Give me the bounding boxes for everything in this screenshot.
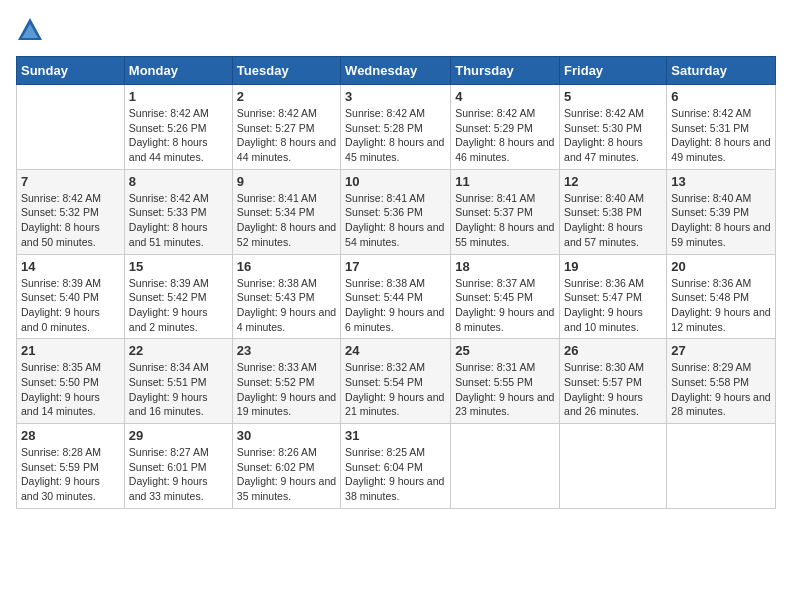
day-number: 10 [345, 174, 446, 189]
calendar-week-4: 21Sunrise: 8:35 AM Sunset: 5:50 PM Dayli… [17, 339, 776, 424]
calendar-cell: 15Sunrise: 8:39 AM Sunset: 5:42 PM Dayli… [124, 254, 232, 339]
calendar-cell: 7Sunrise: 8:42 AM Sunset: 5:32 PM Daylig… [17, 169, 125, 254]
calendar-cell: 16Sunrise: 8:38 AM Sunset: 5:43 PM Dayli… [232, 254, 340, 339]
calendar-cell: 20Sunrise: 8:36 AM Sunset: 5:48 PM Dayli… [667, 254, 776, 339]
weekday-header-friday: Friday [560, 57, 667, 85]
day-number: 8 [129, 174, 228, 189]
day-info: Sunrise: 8:38 AM Sunset: 5:43 PM Dayligh… [237, 276, 336, 335]
day-info: Sunrise: 8:32 AM Sunset: 5:54 PM Dayligh… [345, 360, 446, 419]
calendar-cell: 5Sunrise: 8:42 AM Sunset: 5:30 PM Daylig… [560, 85, 667, 170]
day-number: 5 [564, 89, 662, 104]
day-number: 26 [564, 343, 662, 358]
calendar-cell: 24Sunrise: 8:32 AM Sunset: 5:54 PM Dayli… [341, 339, 451, 424]
calendar-cell: 1Sunrise: 8:42 AM Sunset: 5:26 PM Daylig… [124, 85, 232, 170]
weekday-header-thursday: Thursday [451, 57, 560, 85]
calendar-cell: 29Sunrise: 8:27 AM Sunset: 6:01 PM Dayli… [124, 424, 232, 509]
calendar-cell: 25Sunrise: 8:31 AM Sunset: 5:55 PM Dayli… [451, 339, 560, 424]
day-number: 16 [237, 259, 336, 274]
calendar-cell [451, 424, 560, 509]
day-number: 28 [21, 428, 120, 443]
day-number: 9 [237, 174, 336, 189]
calendar-cell: 17Sunrise: 8:38 AM Sunset: 5:44 PM Dayli… [341, 254, 451, 339]
day-number: 3 [345, 89, 446, 104]
day-number: 13 [671, 174, 771, 189]
calendar-cell: 23Sunrise: 8:33 AM Sunset: 5:52 PM Dayli… [232, 339, 340, 424]
day-number: 17 [345, 259, 446, 274]
day-number: 30 [237, 428, 336, 443]
day-info: Sunrise: 8:29 AM Sunset: 5:58 PM Dayligh… [671, 360, 771, 419]
day-number: 12 [564, 174, 662, 189]
calendar-cell: 28Sunrise: 8:28 AM Sunset: 5:59 PM Dayli… [17, 424, 125, 509]
weekday-header-sunday: Sunday [17, 57, 125, 85]
calendar-cell: 30Sunrise: 8:26 AM Sunset: 6:02 PM Dayli… [232, 424, 340, 509]
calendar-cell: 10Sunrise: 8:41 AM Sunset: 5:36 PM Dayli… [341, 169, 451, 254]
weekday-header-monday: Monday [124, 57, 232, 85]
day-info: Sunrise: 8:39 AM Sunset: 5:42 PM Dayligh… [129, 276, 228, 335]
day-info: Sunrise: 8:42 AM Sunset: 5:28 PM Dayligh… [345, 106, 446, 165]
calendar-cell [667, 424, 776, 509]
day-info: Sunrise: 8:41 AM Sunset: 5:37 PM Dayligh… [455, 191, 555, 250]
calendar-cell: 22Sunrise: 8:34 AM Sunset: 5:51 PM Dayli… [124, 339, 232, 424]
calendar-cell: 2Sunrise: 8:42 AM Sunset: 5:27 PM Daylig… [232, 85, 340, 170]
day-number: 25 [455, 343, 555, 358]
day-number: 22 [129, 343, 228, 358]
day-number: 2 [237, 89, 336, 104]
calendar-cell: 11Sunrise: 8:41 AM Sunset: 5:37 PM Dayli… [451, 169, 560, 254]
calendar-cell: 31Sunrise: 8:25 AM Sunset: 6:04 PM Dayli… [341, 424, 451, 509]
day-info: Sunrise: 8:34 AM Sunset: 5:51 PM Dayligh… [129, 360, 228, 419]
day-number: 29 [129, 428, 228, 443]
day-info: Sunrise: 8:36 AM Sunset: 5:47 PM Dayligh… [564, 276, 662, 335]
day-info: Sunrise: 8:28 AM Sunset: 5:59 PM Dayligh… [21, 445, 120, 504]
day-info: Sunrise: 8:41 AM Sunset: 5:36 PM Dayligh… [345, 191, 446, 250]
day-number: 27 [671, 343, 771, 358]
day-number: 23 [237, 343, 336, 358]
day-number: 20 [671, 259, 771, 274]
day-info: Sunrise: 8:40 AM Sunset: 5:39 PM Dayligh… [671, 191, 771, 250]
calendar-cell: 18Sunrise: 8:37 AM Sunset: 5:45 PM Dayli… [451, 254, 560, 339]
calendar-cell: 12Sunrise: 8:40 AM Sunset: 5:38 PM Dayli… [560, 169, 667, 254]
day-info: Sunrise: 8:42 AM Sunset: 5:32 PM Dayligh… [21, 191, 120, 250]
day-info: Sunrise: 8:42 AM Sunset: 5:33 PM Dayligh… [129, 191, 228, 250]
calendar-cell: 4Sunrise: 8:42 AM Sunset: 5:29 PM Daylig… [451, 85, 560, 170]
day-number: 18 [455, 259, 555, 274]
calendar-cell: 26Sunrise: 8:30 AM Sunset: 5:57 PM Dayli… [560, 339, 667, 424]
logo [16, 16, 48, 44]
day-info: Sunrise: 8:39 AM Sunset: 5:40 PM Dayligh… [21, 276, 120, 335]
calendar-cell: 3Sunrise: 8:42 AM Sunset: 5:28 PM Daylig… [341, 85, 451, 170]
calendar-cell: 13Sunrise: 8:40 AM Sunset: 5:39 PM Dayli… [667, 169, 776, 254]
weekday-header-tuesday: Tuesday [232, 57, 340, 85]
weekday-header-row: SundayMondayTuesdayWednesdayThursdayFrid… [17, 57, 776, 85]
day-info: Sunrise: 8:33 AM Sunset: 5:52 PM Dayligh… [237, 360, 336, 419]
day-number: 1 [129, 89, 228, 104]
day-number: 15 [129, 259, 228, 274]
day-number: 7 [21, 174, 120, 189]
page-header [16, 16, 776, 44]
calendar-cell: 6Sunrise: 8:42 AM Sunset: 5:31 PM Daylig… [667, 85, 776, 170]
calendar-cell: 9Sunrise: 8:41 AM Sunset: 5:34 PM Daylig… [232, 169, 340, 254]
day-info: Sunrise: 8:36 AM Sunset: 5:48 PM Dayligh… [671, 276, 771, 335]
day-info: Sunrise: 8:38 AM Sunset: 5:44 PM Dayligh… [345, 276, 446, 335]
calendar-cell: 21Sunrise: 8:35 AM Sunset: 5:50 PM Dayli… [17, 339, 125, 424]
day-number: 24 [345, 343, 446, 358]
day-info: Sunrise: 8:41 AM Sunset: 5:34 PM Dayligh… [237, 191, 336, 250]
day-info: Sunrise: 8:26 AM Sunset: 6:02 PM Dayligh… [237, 445, 336, 504]
calendar-cell [560, 424, 667, 509]
day-number: 31 [345, 428, 446, 443]
day-info: Sunrise: 8:31 AM Sunset: 5:55 PM Dayligh… [455, 360, 555, 419]
day-number: 14 [21, 259, 120, 274]
day-info: Sunrise: 8:35 AM Sunset: 5:50 PM Dayligh… [21, 360, 120, 419]
calendar-cell: 27Sunrise: 8:29 AM Sunset: 5:58 PM Dayli… [667, 339, 776, 424]
day-info: Sunrise: 8:30 AM Sunset: 5:57 PM Dayligh… [564, 360, 662, 419]
calendar-week-3: 14Sunrise: 8:39 AM Sunset: 5:40 PM Dayli… [17, 254, 776, 339]
day-number: 21 [21, 343, 120, 358]
day-number: 4 [455, 89, 555, 104]
day-info: Sunrise: 8:42 AM Sunset: 5:29 PM Dayligh… [455, 106, 555, 165]
day-info: Sunrise: 8:42 AM Sunset: 5:27 PM Dayligh… [237, 106, 336, 165]
calendar-cell: 8Sunrise: 8:42 AM Sunset: 5:33 PM Daylig… [124, 169, 232, 254]
calendar-cell: 14Sunrise: 8:39 AM Sunset: 5:40 PM Dayli… [17, 254, 125, 339]
day-info: Sunrise: 8:37 AM Sunset: 5:45 PM Dayligh… [455, 276, 555, 335]
day-info: Sunrise: 8:40 AM Sunset: 5:38 PM Dayligh… [564, 191, 662, 250]
calendar-week-1: 1Sunrise: 8:42 AM Sunset: 5:26 PM Daylig… [17, 85, 776, 170]
day-number: 11 [455, 174, 555, 189]
calendar-week-2: 7Sunrise: 8:42 AM Sunset: 5:32 PM Daylig… [17, 169, 776, 254]
